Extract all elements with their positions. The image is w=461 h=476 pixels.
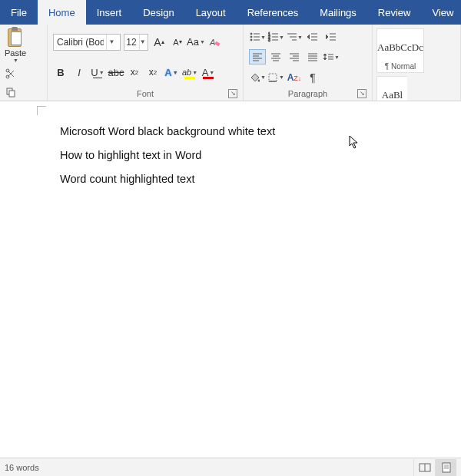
ribbon-tabs: File Home Insert Design Layout Reference… [0,0,461,25]
status-bar: 16 words [0,458,461,476]
doc-line[interactable]: Word count highlighted text [60,167,275,190]
align-right-icon [289,52,300,61]
group-label-font: Font ↘ [51,88,239,101]
font-launcher-icon[interactable]: ↘ [228,89,237,98]
svg-point-8 [250,33,252,35]
font-name-dropdown[interactable]: Calibri (Body) ▼ [53,34,121,51]
align-right-button[interactable] [286,49,303,64]
italic-button[interactable]: I [71,64,87,81]
bold-button[interactable]: B [53,64,68,81]
svg-rect-3 [9,91,15,97]
cut-button[interactable] [4,67,18,81]
text-effects-button[interactable]: A▼ [164,64,179,81]
tab-references[interactable]: References [237,0,309,25]
outdent-icon [307,31,319,42]
paragraph-launcher-icon[interactable]: ↘ [357,89,366,98]
align-center-button[interactable] [267,49,284,64]
increase-indent-button[interactable] [323,29,340,45]
decrease-font-size-button[interactable]: A▾ [170,34,185,51]
document-area[interactable]: Microsoft Word black background white te… [0,101,461,458]
align-left-button[interactable] [249,49,266,64]
indent-icon [325,31,337,42]
sort-button[interactable]: AZ↓ [286,70,303,85]
decrease-indent-button[interactable] [304,29,321,45]
sort-icon: AZ↓ [287,72,302,83]
group-clipboard: Paste ▼ lipboard ↘ [0,25,48,101]
justify-button[interactable] [304,49,321,64]
style-name: ¶ Normal [385,62,416,72]
strikethrough-button[interactable]: abc [108,64,124,81]
page-corner [37,106,46,115]
paste-icon [6,27,25,48]
print-layout-button[interactable] [435,459,456,476]
svg-rect-54 [443,463,450,472]
superscript-button[interactable]: x2 [145,64,161,81]
borders-icon [267,72,278,83]
group-font: Calibri (Body) ▼ 12 ▼ A▴ A▾ Aa▼ A B I U▼… [48,25,244,101]
justify-icon [307,52,318,61]
tab-view[interactable]: View [421,0,461,25]
increase-font-size-button[interactable]: A▴ [151,34,167,51]
change-case-button[interactable]: Aa▼ [188,34,204,51]
clear-format-icon: A [208,36,221,48]
highlight-color-button[interactable]: ab ▼ [182,64,197,81]
print-layout-icon [441,462,452,473]
chevron-down-icon: ▼ [106,35,117,50]
pilcrow-icon: ¶ [310,71,316,84]
align-left-icon [252,52,263,61]
chevron-down-icon: ▼ [13,58,18,63]
scissors-icon [5,68,16,79]
style-sample: AaBbCcDc [377,32,423,62]
numbering-button[interactable]: 123▼ [267,29,284,45]
numbering-icon: 123 [267,31,278,42]
chevron-down-icon: ▼ [139,35,146,50]
show-hide-button[interactable]: ¶ [304,70,321,85]
bullets-icon [249,31,260,42]
paint-bucket-icon [249,72,260,83]
document-text[interactable]: Microsoft Word black background white te… [60,120,275,191]
tab-insert[interactable]: Insert [86,0,133,25]
svg-rect-7 [214,41,220,46]
borders-button[interactable]: ▼ [267,70,284,85]
paste-label: Paste [5,48,26,58]
group-paragraph: ▼ 123▼ ▼ [244,25,373,101]
ribbon: Paste ▼ lipboard ↘ [0,25,461,101]
highlight-icon: ab [182,68,191,77]
style-tile-nospacing[interactable]: AaBl ¶ No [376,76,407,101]
doc-line[interactable]: How to highlight text in Word [60,144,275,167]
read-mode-button[interactable] [413,459,435,476]
align-center-icon [270,52,281,61]
mouse-cursor-icon [349,135,360,152]
svg-text:A: A [209,38,215,47]
tab-mailings[interactable]: Mailings [309,0,367,25]
shading-button[interactable]: ▼ [249,70,266,85]
tab-file[interactable]: File [0,0,38,25]
bullets-button[interactable]: ▼ [249,29,266,45]
svg-point-12 [250,39,252,41]
style-tile-normal[interactable]: AaBbCcDc ¶ Normal [376,28,424,73]
svg-point-49 [258,79,260,81]
clear-formatting-button[interactable]: A [207,34,222,51]
word-count[interactable]: 16 words [5,463,39,472]
line-spacing-button[interactable]: ▼ [323,49,340,64]
tab-review[interactable]: Review [367,0,422,25]
svg-rect-50 [269,74,277,81]
svg-text:3: 3 [268,38,270,42]
copy-button[interactable] [4,85,18,99]
copy-icon [5,87,16,98]
underline-button[interactable]: U▼ [90,64,105,81]
read-mode-icon [419,463,431,472]
tab-home[interactable]: Home [38,0,86,25]
tab-layout[interactable]: Layout [185,0,237,25]
tab-design[interactable]: Design [132,0,184,25]
multilevel-list-button[interactable]: ▼ [286,29,303,45]
group-styles: AaBbCcDc ¶ Normal AaBl ¶ No St [373,25,461,101]
paste-button[interactable]: Paste ▼ [4,27,27,63]
font-color-button[interactable]: A ▼ [201,64,216,81]
multilevel-icon [286,31,297,42]
line-spacing-icon [323,52,333,61]
font-size-dropdown[interactable]: 12 ▼ [124,34,148,51]
svg-point-10 [250,36,252,38]
subscript-button[interactable]: x2 [127,64,142,81]
doc-line[interactable]: Microsoft Word black background white te… [60,120,275,143]
